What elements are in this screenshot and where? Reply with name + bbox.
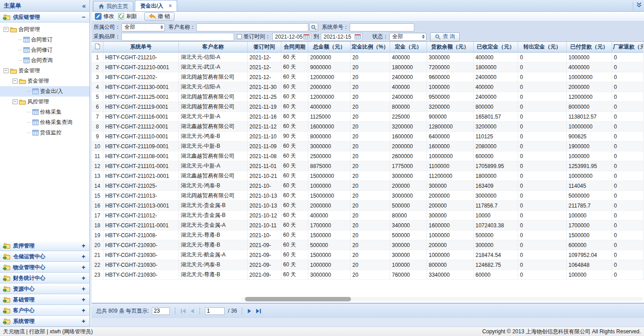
- sidebar-item-contract-query[interactable]: 合同查询: [0, 55, 89, 66]
- status-select[interactable]: 全部: [389, 33, 426, 41]
- close-tab-icon[interactable]: ×: [169, 3, 172, 9]
- table-row[interactable]: 21HBTY-CGHT-210930-湖北天元-航金属-A2021-09-60 …: [92, 250, 644, 260]
- column-header[interactable]: 系统单号: [103, 42, 179, 53]
- sidebar-section-system-mgmt[interactable]: 系统管理+: [0, 316, 89, 327]
- table-row[interactable]: 4HBTY-CGHT-211130-0001湖北天元-信阳-A2021-11-3…: [92, 82, 644, 92]
- table-cell: 2021-11-10: [248, 132, 281, 141]
- table-row[interactable]: 2HBTY-CGHT-211210-0001湖北天元-武汉-A2021-12-6…: [92, 62, 644, 72]
- table-row[interactable]: 8HBTY-CGHT-211112-0001湖北鑫越贸易有限公司2021-11-…: [92, 122, 644, 132]
- table-row[interactable]: 11HBTY-CGHT-211108-0001湖北鑫越贸易有限公司2021-11…: [92, 151, 644, 161]
- sidebar-item-fund-in-out[interactable]: 资金出/入: [0, 86, 89, 97]
- column-header[interactable]: 客户名称: [179, 42, 248, 53]
- column-header[interactable]: 转出定金（元）: [518, 42, 567, 53]
- sidebar-section-finance-center[interactable]: 财务统计中心+: [0, 273, 89, 283]
- column-header[interactable]: 定金比例（%）: [351, 42, 390, 53]
- sidebar-item-price-collect[interactable]: 价格采集: [0, 107, 89, 117]
- table-row[interactable]: 9HBTY-CGHT-211110-0001湖北天元-鸿泰-B2021-11-1…: [92, 132, 644, 141]
- sidebar-item-contract-revise[interactable]: 合同修订: [0, 45, 89, 55]
- table-row[interactable]: 13HBTY-CGHT-211021-0001湖北鑫越贸易有限公司2021-10…: [92, 171, 644, 181]
- table-row[interactable]: 3HBTY-CGHT-211202-湖北阔越贸易有限公司2021-12-60 天…: [92, 72, 644, 82]
- tab-fund-in-out[interactable]: 资金出/入 ×: [135, 0, 177, 11]
- sign-time-checkbox[interactable]: [237, 34, 242, 39]
- page-size-input[interactable]: [152, 307, 170, 315]
- table-row[interactable]: 10HBTY-CGHT-211109-0001湖北天元-中新-B2021-11-…: [92, 141, 644, 151]
- sidebar-item-contract-sign[interactable]: 合同签订: [0, 35, 89, 45]
- sidebar-section-resource-center[interactable]: 资源中心+: [0, 283, 89, 294]
- table-row[interactable]: 23HBTY-CGHT-210930-湖北天元-尊遵-B2021-09-60 天…: [92, 270, 644, 280]
- calendar-icon[interactable]: [355, 34, 361, 40]
- expand-section-icon[interactable]: +: [82, 242, 85, 249]
- calendar-icon[interactable]: [303, 34, 310, 40]
- table-row[interactable]: 18HBTY-CGHT-211011-0001湖北天元-贵金属-A2021-10…: [92, 221, 644, 230]
- table-row[interactable]: 5HBTY-CGHT-211125-0001湖北阔越贸易有限公司2021-11-…: [92, 92, 644, 102]
- undo-button[interactable]: 撤 销: [144, 12, 174, 21]
- row-selector-header[interactable]: [92, 42, 103, 53]
- table-row[interactable]: 19HBTY-CGHT-211008-湖北天元-尊遵-B2021-10-60 天…: [92, 230, 644, 240]
- next-page-button[interactable]: [247, 309, 252, 314]
- column-header[interactable]: 厂家退款（元）: [612, 42, 644, 53]
- sidebar-section-supply-chain[interactable]: 供应链管理 −: [0, 12, 89, 22]
- table-row[interactable]: 12HBTY-CGHT-211101-0001湖北天元-中新-A2021-11-…: [92, 161, 644, 171]
- table-row[interactable]: 17HBTY-CGHT-211012-湖北天元-贵金属-B2021-10-126…: [92, 211, 644, 221]
- section-label: 资源中心: [13, 285, 35, 293]
- sidebar-item-fund-mgmt-sub[interactable]: −资金管理: [0, 76, 89, 86]
- collapse-section-icon[interactable]: −: [82, 13, 85, 21]
- table-row[interactable]: 1HBTY-CGHT-211210-湖北天元-信阳-A2021-12-60 天2…: [92, 53, 644, 62]
- first-page-button[interactable]: [180, 309, 187, 314]
- customer-input[interactable]: [196, 23, 308, 31]
- sidebar-section-warehouse-center[interactable]: 仓储运营中心+: [0, 251, 89, 262]
- expand-section-icon[interactable]: +: [82, 318, 85, 325]
- customer-search-button[interactable]: [309, 23, 318, 31]
- collapse-panel-button[interactable]: [633, 2, 642, 10]
- refresh-button[interactable]: 刷新: [118, 13, 137, 20]
- column-header[interactable]: 已付货款（元）: [567, 42, 612, 53]
- order-no-input[interactable]: [350, 23, 414, 31]
- sidebar-item-contract-mgmt[interactable]: −合同管理: [0, 24, 89, 35]
- table-row[interactable]: 6HBTY-CGHT-211119-0001湖北阔越贸易有限公司2021-11-…: [92, 102, 644, 112]
- expand-section-icon[interactable]: +: [82, 253, 85, 260]
- column-header[interactable]: 总金额（元）: [308, 42, 351, 53]
- column-header[interactable]: 定金（元）: [390, 42, 427, 53]
- sidebar-item-value-monitor[interactable]: 货值监控: [0, 128, 89, 138]
- sidebar-section-property-center[interactable]: 物业管理中心+: [0, 262, 89, 273]
- current-page-input[interactable]: [205, 307, 225, 315]
- expand-section-icon[interactable]: +: [82, 274, 85, 282]
- sidebar-item-price-collect-query[interactable]: 价格采集查询: [0, 117, 89, 128]
- modify-button[interactable]: 修改: [95, 13, 114, 20]
- expand-section-icon[interactable]: +: [82, 264, 85, 271]
- sidebar-section-basic-mgmt[interactable]: 基础管理+: [0, 294, 89, 305]
- expand-section-icon[interactable]: +: [82, 307, 85, 314]
- table-row[interactable]: 14HBTY-CGHT-211025-湖北天元-鸿泰-B2021-10-60 天…: [92, 181, 644, 191]
- sidebar-section-pledge-mgmt[interactable]: 质押管理+: [0, 240, 89, 251]
- table-row[interactable]: 7HBTY-CGHT-211116-0001湖北天元-中新-A2021-11-1…: [92, 112, 644, 122]
- table-cell: HBTY-CGHT-210930-: [103, 240, 179, 250]
- company-select[interactable]: 全部: [121, 23, 165, 31]
- column-header[interactable]: 货款余额（元）: [427, 42, 474, 53]
- table-row[interactable]: 15HBTY-CGHT-211013-湖北阔越贸易有限公司2021-10-136…: [92, 191, 644, 201]
- column-header[interactable]: 已收定金（元）: [474, 42, 518, 53]
- expand-section-icon[interactable]: +: [82, 285, 85, 292]
- query-button[interactable]: 查 询: [430, 32, 460, 41]
- tree-collapse-icon[interactable]: −: [13, 99, 18, 104]
- table-row[interactable]: 20HBTY-CGHT-210930-湖北天元-尊遵-B2021-09-60 天…: [92, 240, 644, 250]
- scrollbar-thumb[interactable]: [245, 297, 351, 301]
- expand-section-icon[interactable]: +: [82, 296, 85, 303]
- brand-input[interactable]: [121, 33, 234, 41]
- table-row[interactable]: 22HBTY-CGHT-210930-湖北天元-鸿泰-B2021-09-60 天…: [92, 260, 644, 270]
- sidebar-item-risk-mgmt[interactable]: −风控管理: [0, 97, 89, 107]
- collapse-sidebar-icon[interactable]: «: [82, 2, 86, 9]
- sidebar-item-fund-mgmt[interactable]: −资金管理: [0, 66, 89, 76]
- table-row[interactable]: 16HBTY-CGHT-211013-0001湖北天元-贵金属-B2021-10…: [92, 201, 644, 211]
- tree-collapse-icon[interactable]: −: [4, 68, 9, 73]
- sidebar-section-customer-center[interactable]: 客户中心+: [0, 305, 89, 316]
- table-cell: 4000000: [308, 102, 351, 112]
- tab-home[interactable]: 我的主页: [93, 1, 133, 11]
- date-to-field[interactable]: 2021-12-15: [321, 33, 362, 41]
- last-page-button[interactable]: [255, 309, 262, 314]
- tree-collapse-icon[interactable]: −: [4, 27, 9, 32]
- column-header[interactable]: 签订时间: [248, 42, 281, 53]
- date-from-field[interactable]: 2021-12-05: [272, 33, 311, 41]
- column-header[interactable]: 合同周期: [281, 42, 308, 53]
- tree-collapse-icon[interactable]: −: [13, 79, 18, 84]
- prev-page-button[interactable]: [190, 309, 195, 314]
